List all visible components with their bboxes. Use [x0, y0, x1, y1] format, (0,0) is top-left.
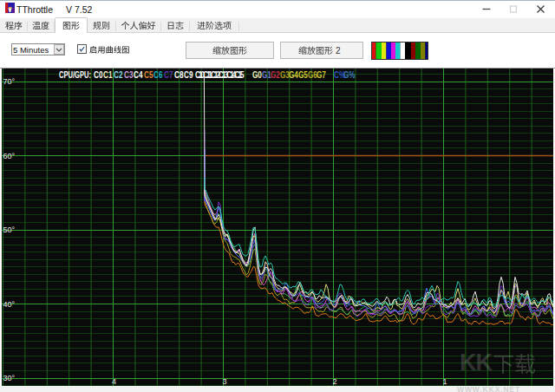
svg-text:70°: 70° — [3, 77, 16, 86]
svg-text:2: 2 — [333, 377, 337, 386]
svg-text:40°: 40° — [3, 300, 16, 309]
svg-text:50°: 50° — [3, 225, 16, 234]
svg-text:60°: 60° — [3, 152, 16, 160]
svg-text:3: 3 — [223, 377, 227, 386]
svg-text:30°: 30° — [3, 374, 16, 382]
svg-text:4: 4 — [112, 377, 116, 386]
svg-text:1: 1 — [443, 377, 447, 386]
